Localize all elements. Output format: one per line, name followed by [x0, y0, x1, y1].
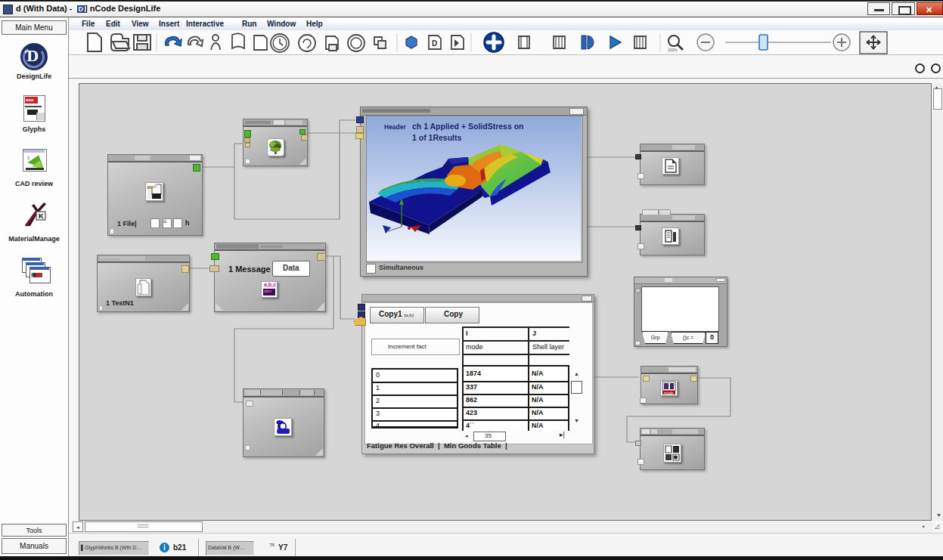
svg-text:Header: Header	[384, 123, 407, 131]
svg-text:D: D	[432, 39, 437, 48]
svg-text:K: K	[39, 212, 44, 220]
svg-text:1 of 1Results: 1 of 1Results	[412, 133, 462, 142]
svg-text:ncode: ncode	[664, 391, 674, 395]
svg-text:100%: 100%	[668, 48, 678, 52]
svg-text:ch 1 Applied + SolidStress on: ch 1 Applied + SolidStress on	[412, 122, 524, 131]
